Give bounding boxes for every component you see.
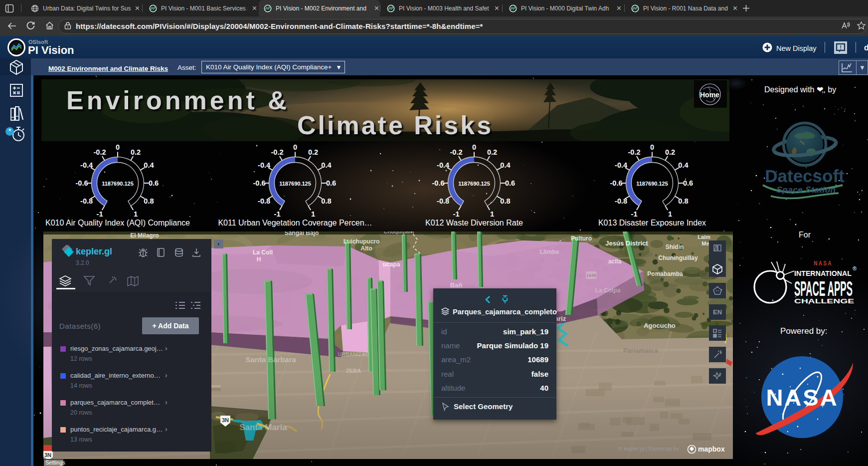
svg-text:Jesús District: Jesús District: [605, 239, 648, 247]
svg-text:-0.6: -0.6: [432, 179, 445, 187]
svg-text:0.2: 0.2: [665, 148, 675, 156]
svg-text:Datecsoft: Datecsoft: [765, 166, 845, 186]
svg-text:K011 Urban Vegetation Coverage: K011 Urban Vegetation Coverage Percen…: [218, 219, 372, 227]
svg-text:Laim: Laim: [697, 234, 710, 240]
svg-text:0: 0: [472, 143, 476, 151]
svg-text:-0.8: -0.8: [437, 197, 449, 205]
svg-text:-0.6: -0.6: [253, 179, 266, 187]
svg-text:Chuquipam: Chuquipam: [384, 232, 414, 234]
svg-text:URBANIZAC: URBANIZAC: [338, 351, 369, 357]
svg-text:K013 Disaster Exposure Index: K013 Disaster Exposure Index: [598, 219, 706, 227]
svg-text:0.6: 0.6: [683, 179, 693, 187]
svg-text:aclla: aclla: [608, 258, 622, 265]
svg-text:Pulturo: Pulturo: [571, 235, 592, 242]
svg-text:3N: 3N: [44, 452, 51, 458]
svg-text:0.4: 0.4: [500, 161, 510, 169]
svg-text:ZEBA: ZEBA: [346, 368, 361, 374]
svg-text:Sangal Bajo: Sangal Bajo: [285, 232, 319, 236]
svg-text:0.8: 0.8: [321, 197, 331, 205]
svg-text:1: 1: [134, 210, 138, 218]
svg-text:0.4: 0.4: [678, 161, 688, 169]
svg-text:K010 Air Quality Index (AQI) C: K010 Air Quality Index (AQI) Compliance: [45, 219, 190, 227]
svg-text:-0.8: -0.8: [80, 197, 93, 205]
svg-text:-1: -1: [274, 210, 281, 218]
svg-text:1: 1: [668, 210, 672, 218]
svg-text:K012 Waste Diversion Rate: K012 Waste Diversion Rate: [425, 219, 523, 227]
svg-text:Pomabamba: Pomabamba: [647, 270, 683, 277]
svg-text:El Milagro: El Milagro: [130, 232, 159, 239]
svg-text:0: 0: [293, 143, 297, 151]
svg-text:INTERNATIONAL: INTERNATIONAL: [794, 269, 852, 277]
svg-text:0.2: 0.2: [308, 148, 318, 156]
svg-text:Santa María: Santa María: [239, 423, 287, 432]
svg-text:-0.6: -0.6: [76, 179, 88, 187]
svg-text:-0.4: -0.4: [437, 161, 449, 169]
svg-text:-0.8: -0.8: [258, 197, 270, 205]
svg-text:ariz: ariz: [555, 315, 566, 322]
svg-text:0: 0: [116, 143, 120, 151]
svg-text:3N: 3N: [222, 417, 229, 423]
svg-text:Pariamarca: Pariamarca: [623, 347, 659, 354]
svg-text:-0.2: -0.2: [94, 148, 106, 156]
svg-text:1: 1: [311, 210, 315, 218]
svg-text:-1: -1: [97, 210, 103, 218]
svg-text:La Colpa: La Colpa: [595, 287, 621, 294]
svg-text:1187690.125: 1187690.125: [458, 181, 490, 187]
svg-text:ucapa: ucapa: [383, 261, 400, 268]
svg-text:SPACE APPS: SPACE APPS: [794, 277, 853, 300]
svg-text:1187690.125: 1187690.125: [102, 181, 134, 187]
svg-text:Santa Bárbara: Santa Bárbara: [245, 355, 296, 364]
svg-text:Agocucho: Agocucho: [644, 322, 676, 329]
svg-text:1187690.125: 1187690.125: [279, 181, 311, 187]
svg-text:NASA: NASA: [766, 384, 838, 411]
svg-text:0.8: 0.8: [144, 197, 154, 205]
svg-text:-0.2: -0.2: [450, 148, 463, 156]
svg-text:La Coll: La Coll: [253, 249, 273, 256]
svg-text:0.4: 0.4: [321, 161, 331, 169]
svg-text:Llimbe: Llimbe: [540, 248, 559, 255]
svg-text:-0.4: -0.4: [615, 161, 627, 169]
svg-text:0.6: 0.6: [505, 179, 515, 187]
svg-text:0.6: 0.6: [149, 179, 159, 187]
svg-text:0.2: 0.2: [131, 148, 141, 156]
svg-text:CHALLENGE: CHALLENGE: [794, 297, 854, 305]
svg-text:0.2: 0.2: [487, 148, 497, 156]
svg-text:0.8: 0.8: [678, 197, 688, 205]
svg-text:NASA: NASA: [814, 260, 833, 267]
svg-text:-0.8: -0.8: [615, 197, 627, 205]
svg-text:-0.4: -0.4: [80, 161, 93, 169]
svg-text:1187690.125: 1187690.125: [636, 181, 668, 187]
svg-text:-0.2: -0.2: [628, 148, 641, 156]
svg-text:0.8: 0.8: [500, 197, 510, 205]
svg-text:Alto: Alto: [360, 245, 372, 252]
svg-text:-1: -1: [453, 210, 460, 218]
svg-text:Shidin: Shidin: [666, 243, 684, 250]
svg-text:-0.4: -0.4: [258, 161, 270, 169]
svg-text:Luichupucro: Luichupucro: [344, 238, 380, 245]
svg-text:-1: -1: [631, 210, 638, 218]
svg-text:0.4: 0.4: [144, 161, 154, 169]
svg-text:Bañ: Bañ: [450, 281, 463, 289]
svg-text:0: 0: [650, 143, 654, 151]
svg-text:Chuninguillay: Chuninguillay: [658, 254, 698, 261]
svg-text:0.6: 0.6: [326, 179, 336, 187]
svg-text:1449: 1449: [586, 273, 596, 278]
svg-text:Space Station: Space Station: [777, 185, 836, 195]
svg-text:-0.6: -0.6: [610, 179, 623, 187]
svg-text:1: 1: [490, 210, 494, 218]
svg-text:-0.2: -0.2: [271, 148, 284, 156]
svg-text:H: H: [257, 256, 261, 263]
svg-text:®: ®: [853, 265, 857, 271]
